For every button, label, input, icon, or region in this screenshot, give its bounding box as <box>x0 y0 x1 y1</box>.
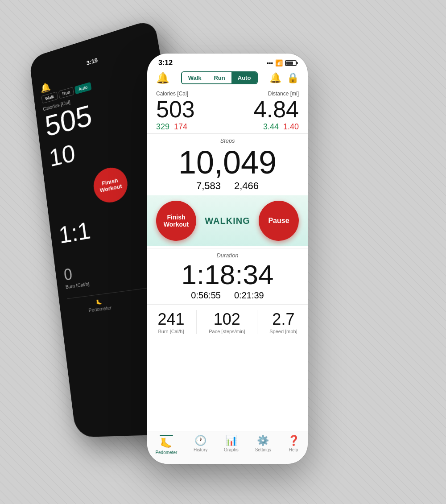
wifi-icon: 📶 <box>275 59 283 66</box>
right-header-icons: 🔔 🔒 <box>269 72 299 84</box>
finish-workout-label: FinishWorkout <box>164 214 189 228</box>
burn-value: 241 <box>157 310 184 329</box>
duration-red-value: 0:21:39 <box>234 290 264 301</box>
signal-icon: ▪▪▪ <box>267 60 273 66</box>
walk-mode-button[interactable]: Walk <box>182 72 208 83</box>
speed-label: Speed [mph] <box>269 329 297 334</box>
header-controls: 🔔 Walk Run Auto 🔔 🔒 <box>147 69 308 87</box>
help-tab-label: Help <box>289 447 298 452</box>
speed-stat: 2.7 Speed [mph] <box>269 310 297 334</box>
bg-auto-btn: Auto <box>74 82 91 95</box>
bg-pedometer-label: Pedometer <box>88 305 112 313</box>
help-tab-icon: ❓ <box>288 435 300 446</box>
pace-value: 102 <box>209 310 245 329</box>
lock-icon[interactable]: 🔒 <box>287 72 299 84</box>
tab-graphs[interactable]: 📊 Graphs <box>224 435 239 455</box>
pedometer-tab-icon: 🦶 <box>160 438 172 449</box>
speed-value: 2.7 <box>269 310 297 329</box>
tab-history[interactable]: 🕐 History <box>194 435 207 455</box>
calories-label: Calories [Cal] <box>156 91 195 97</box>
pause-button[interactable]: Pause <box>259 201 299 241</box>
header-bell-icon[interactable]: 🔔 <box>156 72 169 84</box>
calories-sub-values: 329 174 <box>156 122 195 132</box>
action-row: FinishWorkout WALKING Pause <box>147 195 308 246</box>
burn-stat: 241 Burn [Cal/h] <box>157 310 184 334</box>
pace-label: Pace [steps/min] <box>209 329 245 334</box>
duration-green-value: 0:56:55 <box>191 290 221 301</box>
tab-pedometer[interactable]: 🦶 Pedometer <box>155 435 177 455</box>
status-icons: ▪▪▪ 📶 <box>267 59 297 66</box>
divider-2 <box>257 310 257 334</box>
steps-red-value: 2,466 <box>234 180 259 192</box>
bottom-stats-row: 241 Burn [Cal/h] 102 Pace [steps/min] 2.… <box>147 304 308 338</box>
bg-run-btn: Run <box>58 87 74 99</box>
duration-main-value: 1:18:34 <box>156 260 299 290</box>
graphs-tab-icon: 📊 <box>225 435 237 446</box>
distance-main-value: 4.84 <box>254 97 299 122</box>
status-time: 3:12 <box>158 59 173 67</box>
calories-main-value: 503 <box>156 97 195 122</box>
calories-green-value: 329 <box>156 122 169 132</box>
bg-finish-workout-button[interactable]: Finish Workout <box>91 165 130 206</box>
steps-sub-values: 7,583 2,466 <box>156 180 299 192</box>
foreground-phone: 3:12 ▪▪▪ 📶 🔔 Walk Run Auto 🔔 🔒 Calories … <box>147 54 308 464</box>
mode-buttons-group: Walk Run Auto <box>181 71 258 84</box>
distance-label: Distance [mi] <box>254 91 299 97</box>
bg-pedometer-icon: 🦶 <box>96 299 103 306</box>
run-mode-button[interactable]: Run <box>207 72 231 83</box>
tab-bar: 🦶 Pedometer 🕐 History 📊 Graphs ⚙️ Settin… <box>147 431 308 464</box>
finish-workout-button[interactable]: FinishWorkout <box>156 201 196 241</box>
steps-section: Steps 10,049 7,583 2,466 <box>147 133 308 194</box>
status-bar: 3:12 ▪▪▪ 📶 <box>147 54 308 69</box>
divider-1 <box>196 310 197 334</box>
calories-column: Calories [Cal] 503 329 174 <box>156 91 195 132</box>
pedometer-tab-label: Pedometer <box>155 450 177 455</box>
calories-distance-row: Calories [Cal] 503 329 174 Distance [mi]… <box>147 87 308 133</box>
auto-mode-button[interactable]: Auto <box>231 72 257 83</box>
settings-tab-label: Settings <box>255 447 271 452</box>
graphs-tab-label: Graphs <box>224 447 239 452</box>
history-tab-label: History <box>194 447 207 452</box>
settings-tab-icon: ⚙️ <box>257 435 269 446</box>
distance-sub-values: 3.44 1.40 <box>254 122 299 132</box>
bg-walk-btn: Walk <box>41 91 58 103</box>
distance-green-value: 3.44 <box>263 122 279 132</box>
calories-red-value: 174 <box>174 122 187 132</box>
burn-label: Burn [Cal/h] <box>157 329 184 334</box>
distance-column: Distance [mi] 4.84 3.44 1.40 <box>254 91 299 132</box>
duration-label: Duration <box>156 252 299 259</box>
duration-sub-values: 0:56:55 0:21:39 <box>156 290 299 301</box>
pace-stat: 102 Pace [steps/min] <box>209 310 245 334</box>
duration-section: Duration 1:18:34 0:56:55 0:21:39 <box>147 248 308 304</box>
steps-green-value: 7,583 <box>196 180 221 192</box>
tab-help[interactable]: ❓ Help <box>288 435 300 455</box>
battery-icon <box>285 60 297 66</box>
distance-red-value: 1.40 <box>283 122 299 132</box>
tab-settings[interactable]: ⚙️ Settings <box>255 435 271 455</box>
walking-status-text: WALKING <box>205 216 250 226</box>
steps-main-value: 10,049 <box>156 145 299 180</box>
steps-label: Steps <box>156 137 299 144</box>
history-tab-icon: 🕐 <box>194 435 206 446</box>
notification-bell-icon[interactable]: 🔔 <box>269 72 281 84</box>
pause-label: Pause <box>268 217 289 225</box>
